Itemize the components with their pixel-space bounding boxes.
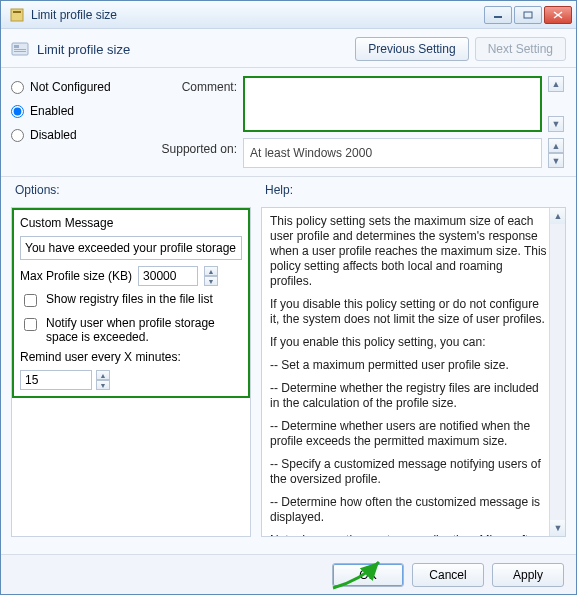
svg-rect-9 <box>14 51 26 52</box>
notify-user-label: Notify user when profile storage space i… <box>46 316 242 344</box>
custom-message-input[interactable] <box>20 236 242 260</box>
remind-minutes-input[interactable] <box>20 370 92 390</box>
chevron-down-icon[interactable]: ▼ <box>96 380 110 390</box>
chevron-up-icon[interactable]: ▲ <box>548 138 564 153</box>
radio-enabled-input[interactable] <box>11 105 24 118</box>
supported-scrollbar[interactable]: ▲ ▼ <box>548 138 566 168</box>
app-icon <box>9 7 25 23</box>
next-setting-button[interactable]: Next Setting <box>475 37 566 61</box>
chevron-up-icon[interactable]: ▲ <box>548 76 564 92</box>
chevron-down-icon[interactable]: ▼ <box>548 116 564 132</box>
help-panel: This policy setting sets the maximum siz… <box>261 207 566 537</box>
previous-setting-button[interactable]: Previous Setting <box>355 37 468 61</box>
radio-enabled-label: Enabled <box>30 104 74 118</box>
help-text: If you disable this policy setting or do… <box>270 297 547 327</box>
help-text: -- Set a maximum permitted user profile … <box>270 358 547 373</box>
radio-not-configured-input[interactable] <box>11 81 24 94</box>
minimize-button[interactable] <box>484 6 512 24</box>
max-profile-size-input[interactable] <box>138 266 198 286</box>
policy-icon <box>11 40 29 58</box>
custom-message-label: Custom Message <box>20 216 242 230</box>
radio-not-configured[interactable]: Not Configured <box>11 80 141 94</box>
max-profile-size-spinner[interactable]: ▲ ▼ <box>204 266 218 286</box>
notify-user-checkbox-input[interactable] <box>24 318 37 331</box>
header: Limit profile size Previous Setting Next… <box>1 29 576 68</box>
supported-on-label: Supported on: <box>147 138 237 156</box>
lower-panels: Custom Message Max Profile size (KB) ▲ ▼… <box>1 201 576 554</box>
options-heading: Options: <box>13 181 253 201</box>
chevron-down-icon[interactable]: ▼ <box>548 153 564 168</box>
chevron-down-icon[interactable]: ▼ <box>550 520 566 536</box>
titlebar-text: Limit profile size <box>31 8 482 22</box>
titlebar: Limit profile size <box>1 1 576 29</box>
help-text: Note: In operating systems earlier than … <box>270 533 547 537</box>
svg-rect-8 <box>14 49 26 50</box>
remind-minutes-spinner[interactable]: ▲ ▼ <box>96 370 110 390</box>
chevron-down-icon[interactable]: ▼ <box>204 276 218 286</box>
supported-on-value: At least Windows 2000 <box>243 138 542 168</box>
show-registry-checkbox[interactable]: Show registry files in the file list <box>20 292 242 310</box>
svg-rect-2 <box>494 16 502 18</box>
help-text: -- Specify a customized message notifyin… <box>270 457 547 487</box>
help-text: -- Determine whether the registry files … <box>270 381 547 411</box>
radio-disabled-input[interactable] <box>11 129 24 142</box>
state-radio-group: Not Configured Enabled Disabled <box>11 76 141 142</box>
radio-disabled-label: Disabled <box>30 128 77 142</box>
remind-user-label: Remind user every X minutes: <box>20 350 242 364</box>
svg-rect-7 <box>14 45 19 48</box>
help-text: -- Determine whether users are notified … <box>270 419 547 449</box>
chevron-up-icon[interactable]: ▲ <box>96 370 110 380</box>
svg-rect-3 <box>524 12 532 18</box>
radio-enabled[interactable]: Enabled <box>11 104 141 118</box>
options-panel: Custom Message Max Profile size (KB) ▲ ▼… <box>11 207 251 537</box>
ok-button[interactable]: OK <box>332 563 404 587</box>
help-scrollbar[interactable]: ▲ ▼ <box>549 208 565 536</box>
cancel-button[interactable]: Cancel <box>412 563 484 587</box>
comment-label: Comment: <box>147 76 237 94</box>
chevron-up-icon[interactable]: ▲ <box>204 266 218 276</box>
comment-scrollbar[interactable]: ▲ ▼ <box>548 76 566 132</box>
svg-rect-0 <box>11 9 23 21</box>
comment-field[interactable] <box>243 76 542 132</box>
dialog-window: Limit profile size Limit profile size Pr… <box>0 0 577 595</box>
help-text: If you enable this policy setting, you c… <box>270 335 547 350</box>
show-registry-label: Show registry files in the file list <box>46 292 213 306</box>
help-text: -- Determine how often the customized me… <box>270 495 547 525</box>
maximize-button[interactable] <box>514 6 542 24</box>
close-button[interactable] <box>544 6 572 24</box>
help-text: This policy setting sets the maximum siz… <box>270 214 547 289</box>
page-title: Limit profile size <box>37 42 349 57</box>
help-heading: Help: <box>263 181 566 201</box>
dialog-footer: OK Cancel Apply <box>1 554 576 594</box>
show-registry-checkbox-input[interactable] <box>24 294 37 307</box>
max-profile-size-label: Max Profile size (KB) <box>20 269 132 283</box>
notify-user-checkbox[interactable]: Notify user when profile storage space i… <box>20 316 242 344</box>
chevron-up-icon[interactable]: ▲ <box>550 208 566 224</box>
radio-disabled[interactable]: Disabled <box>11 128 141 142</box>
svg-rect-1 <box>13 11 21 13</box>
apply-button[interactable]: Apply <box>492 563 564 587</box>
settings-grid: Not Configured Enabled Disabled Comment:… <box>1 68 576 177</box>
radio-not-configured-label: Not Configured <box>30 80 111 94</box>
options-highlight: Custom Message Max Profile size (KB) ▲ ▼… <box>12 208 250 398</box>
